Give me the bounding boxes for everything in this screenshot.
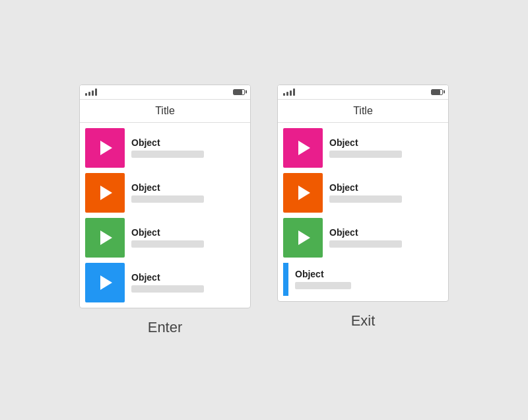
exit-group: Title Object <box>277 85 449 330</box>
thumbnail-1 <box>85 128 125 168</box>
thumbnail-4 <box>85 263 125 302</box>
enter-list: Object Object <box>80 123 250 308</box>
list-item[interactable]: Object <box>283 128 443 168</box>
thumbnail-3 <box>283 218 323 258</box>
enter-label: Enter <box>148 319 183 336</box>
item-title-partial: Object <box>295 269 351 279</box>
exit-status-bar <box>278 85 448 100</box>
play-icon <box>298 186 310 200</box>
item-desc-1 <box>131 151 204 158</box>
signal-bars-icon <box>85 88 97 96</box>
item-title-4: Object <box>131 272 245 283</box>
item-title-3: Object <box>131 227 245 238</box>
exit-label: Exit <box>351 312 376 330</box>
item-desc-partial <box>295 282 351 289</box>
enter-status-bar <box>80 85 250 100</box>
item-title-2: Object <box>131 182 245 193</box>
list-item[interactable]: Object <box>85 263 245 302</box>
main-container: Title Object <box>59 65 469 356</box>
play-icon <box>298 230 310 245</box>
exit-title-bar: Title <box>278 100 448 123</box>
item-desc-1 <box>329 151 402 158</box>
list-item[interactable]: Object <box>283 173 443 213</box>
list-item[interactable]: Object <box>85 218 245 258</box>
item-title-1: Object <box>131 137 245 148</box>
list-item-partial[interactable]: Object <box>283 263 443 296</box>
list-item[interactable]: Object <box>283 218 443 258</box>
enter-phone-frame: Title Object <box>79 85 251 308</box>
enter-title: Title <box>155 105 175 116</box>
exit-title: Title <box>353 105 373 116</box>
thumbnail-1 <box>283 128 323 168</box>
thumbnail-partial <box>283 263 288 296</box>
item-title-3: Object <box>329 227 443 238</box>
signal-bars-icon <box>283 88 295 96</box>
item-desc-2 <box>131 195 204 203</box>
play-icon <box>100 275 112 290</box>
item-desc-3 <box>329 240 402 248</box>
battery-icon <box>233 89 245 95</box>
play-icon <box>100 230 112 245</box>
battery-icon <box>431 89 443 95</box>
item-desc-4 <box>131 285 204 293</box>
play-icon <box>100 141 112 155</box>
play-icon <box>100 186 112 200</box>
item-title-1: Object <box>329 137 443 148</box>
play-icon <box>298 141 310 155</box>
enter-title-bar: Title <box>80 100 250 123</box>
thumbnail-2 <box>283 173 323 213</box>
list-item[interactable]: Object <box>85 128 245 168</box>
enter-group: Title Object <box>79 85 251 336</box>
thumbnail-3 <box>85 218 125 258</box>
thumbnail-2 <box>85 173 125 213</box>
exit-list: Object Object <box>278 123 448 301</box>
item-title-2: Object <box>329 182 443 193</box>
list-item[interactable]: Object <box>85 173 245 213</box>
item-desc-3 <box>131 240 204 248</box>
item-desc-2 <box>329 195 402 203</box>
exit-phone-frame: Title Object <box>277 85 449 302</box>
